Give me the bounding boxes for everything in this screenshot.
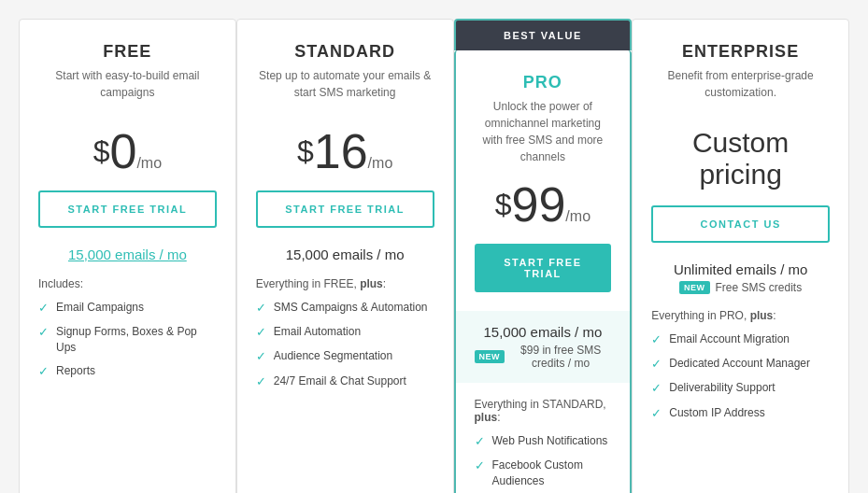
cta-button-standard[interactable]: START FREE TRIAL [256, 190, 434, 228]
cta-button-enterprise[interactable]: CONTACT US [651, 205, 830, 243]
price-area: $99/mo [475, 180, 612, 229]
plan-description: Unlock the power of omnichannel marketin… [475, 98, 612, 165]
currency-symbol: $ [495, 190, 512, 219]
feature-text: Custom IP Address [669, 405, 765, 421]
pricing-container: FREEStart with easy-to-build email campa… [19, 19, 849, 493]
feature-text: Facebook Custom Audiences [492, 458, 612, 489]
cta-button-pro[interactable]: START FREE TRIAL [475, 244, 612, 292]
sms-credits-text: Free SMS credits [716, 281, 803, 294]
plan-name: STANDARD [256, 42, 434, 62]
plan-name: FREE [38, 42, 217, 62]
list-item: ✓Facebook Custom Audiences [475, 458, 612, 489]
includes-label: Everything in PRO, plus: [651, 309, 830, 322]
feature-text: Signup Forms, Boxes & Pop Ups [56, 324, 217, 356]
check-icon: ✓ [256, 373, 266, 390]
list-item: ✓Web Push Notifications [475, 433, 612, 450]
feature-text: Dedicated Account Manager [669, 356, 810, 372]
cta-button-free[interactable]: START FREE TRIAL [38, 190, 217, 228]
feature-text: Audience Segmentation [274, 348, 392, 364]
plan-name: PRO [475, 73, 612, 92]
check-icon: ✓ [38, 300, 49, 317]
check-icon: ✓ [651, 380, 662, 397]
emails-section: 15,000 emails / mo [38, 246, 217, 262]
pro-wrapper: BEST VALUEPROUnlock the power of omnicha… [454, 19, 633, 493]
list-item: ✓Email Automation [256, 324, 434, 341]
plan-card-free: FREEStart with easy-to-build email campa… [19, 19, 236, 493]
emails-per-mo: 15,000 emails / mo [38, 246, 217, 262]
emails-per-mo: 15,000 emails / mo [475, 324, 612, 340]
custom-pricing-label: Custom pricing [651, 127, 830, 190]
emails-section: 15,000 emails / moNEW$99 in free SMS cre… [456, 311, 631, 383]
list-item: ✓Email Campaigns [38, 300, 217, 317]
features-list: ✓Email Account Migration✓Dedicated Accou… [651, 331, 830, 493]
features-list: ✓Email Campaigns✓Signup Forms, Boxes & P… [38, 300, 217, 493]
price-area: $16/mo [256, 127, 434, 176]
price-area: $0/mo [38, 127, 217, 176]
feature-text: 24/7 Email & Chat Support [274, 373, 406, 389]
new-badge: NEW [679, 281, 710, 294]
feature-text: Email Campaigns [56, 300, 144, 316]
check-icon: ✓ [38, 363, 49, 380]
best-value-banner: BEST VALUE [454, 19, 633, 50]
currency-symbol: $ [93, 136, 110, 166]
check-icon: ✓ [256, 324, 266, 341]
check-icon: ✓ [38, 324, 49, 341]
price-amount: $16/mo [256, 127, 434, 176]
includes-label: Everything in STANDARD, plus: [475, 398, 612, 424]
check-icon: ✓ [651, 331, 662, 348]
plan-card-enterprise: ENTERPRISEBenefit from enterprise-grade … [632, 19, 849, 493]
price-amount: $99/mo [475, 180, 612, 229]
price-amount: $0/mo [38, 127, 217, 176]
check-icon: ✓ [475, 458, 485, 474]
feature-text: Email Automation [274, 324, 361, 340]
plan-description: Step up to automate your emails & start … [256, 67, 434, 112]
price-suffix: /mo [565, 208, 591, 224]
feature-text: Email Account Migration [669, 331, 790, 347]
feature-text: SMS Campaigns & Automation [274, 300, 428, 316]
sms-credits: NEW$99 in free SMS credits / mo [475, 344, 612, 370]
emails-per-mo: 15,000 emails / mo [256, 246, 434, 262]
list-item: ✓Signup Forms, Boxes & Pop Ups [38, 324, 217, 356]
sms-credits-text: $99 in free SMS credits / mo [510, 344, 611, 370]
list-item: ✓Dedicated Account Manager [651, 356, 830, 373]
sms-credits: NEWFree SMS credits [651, 281, 830, 294]
plan-card-standard: STANDARDStep up to automate your emails … [236, 19, 454, 493]
check-icon: ✓ [256, 300, 266, 317]
price-suffix: /mo [136, 155, 162, 171]
plan-name: ENTERPRISE [651, 42, 830, 62]
features-list: ✓Web Push Notifications✓Facebook Custom … [475, 433, 612, 493]
list-item: ✓24/7 Email & Chat Support [256, 373, 434, 390]
list-item: ✓SMS Campaigns & Automation [256, 300, 434, 317]
check-icon: ✓ [256, 348, 266, 365]
plan-description: Start with easy-to-build email campaigns [38, 67, 217, 112]
list-item: ✓Reports [38, 363, 217, 380]
list-item: ✓Audience Segmentation [256, 348, 434, 365]
feature-text: Reports [56, 363, 95, 379]
feature-text: Web Push Notifications [492, 433, 608, 449]
emails-section: Unlimited emails / moNEWFree SMS credits [651, 261, 830, 294]
feature-text: Deliverability Support [669, 380, 775, 396]
emails-section: 15,000 emails / mo [256, 246, 434, 262]
list-item: ✓Email Account Migration [651, 331, 830, 348]
currency-symbol: $ [297, 136, 314, 166]
price-suffix: /mo [368, 155, 393, 171]
price-area: Custom pricing [651, 127, 830, 190]
includes-label: Includes: [38, 277, 217, 290]
emails-per-mo: Unlimited emails / mo [651, 261, 830, 277]
check-icon: ✓ [651, 356, 662, 373]
new-badge: NEW [475, 350, 505, 363]
check-icon: ✓ [651, 405, 662, 422]
list-item: ✓Custom IP Address [651, 405, 830, 422]
check-icon: ✓ [475, 433, 485, 450]
features-list: ✓SMS Campaigns & Automation✓Email Automa… [256, 300, 434, 493]
includes-label: Everything in FREE, plus: [256, 277, 434, 290]
plan-card-pro: PROUnlock the power of omnichannel marke… [454, 50, 633, 493]
list-item: ✓Deliverability Support [651, 380, 830, 397]
plan-description: Benefit from enterprise-grade customizat… [651, 67, 830, 112]
